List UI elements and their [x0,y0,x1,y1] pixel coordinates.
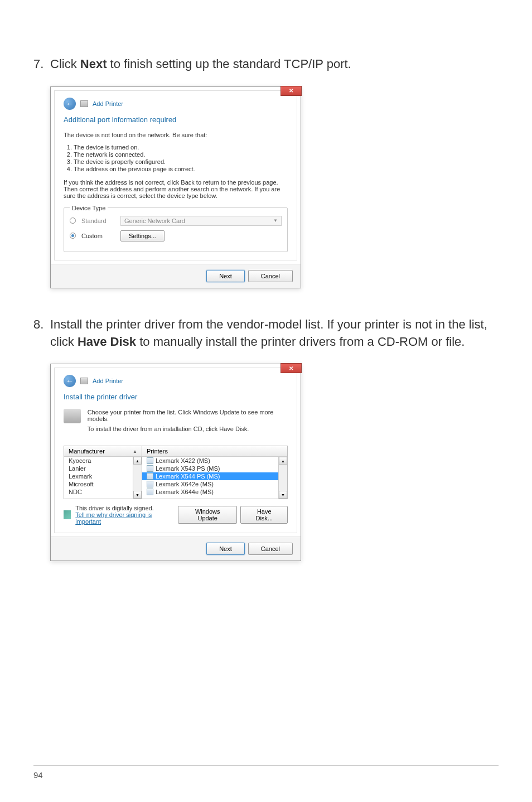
add-printer-dialog-1: ✕ ← Add Printer Additional port informat… [50,86,301,288]
manufacturer-pane: Manufacturer ▲ Kyocera Lanier Lexmark Mi… [64,446,142,499]
list-item[interactable]: Lexmark X543 PS (MS) [142,465,278,472]
dropdown-value: Generic Network Card [124,218,185,224]
printers-label: Printers [147,448,168,455]
dialog2-body: ← Add Printer Install the printer driver… [54,368,297,533]
scroll-down-icon[interactable]: ▼ [133,491,142,499]
scroll-down-icon[interactable]: ▼ [279,491,287,499]
list-item[interactable]: Lexmark [64,472,133,480]
driver-signing-link[interactable]: Tell me why driver signing is important [75,511,152,525]
printer-name: Lexmark X642e (MS) [156,481,214,487]
printers-list[interactable]: Lexmark X422 (MS) Lexmark X543 PS (MS) L… [142,457,278,499]
driver-icon [147,473,153,480]
back-arrow-icon: ← [66,99,74,108]
cancel-button[interactable]: Cancel [248,270,293,282]
install-line2: To install the driver from an installati… [88,426,288,432]
list-item[interactable]: Lexmark X642e (MS) [142,480,278,488]
chevron-down-icon: ▼ [273,218,278,223]
next-button[interactable]: Next [206,543,245,555]
dialog2-header: ← Add Printer [64,375,288,387]
close-button[interactable]: ✕ [280,363,302,373]
next-button[interactable]: Next [206,270,245,282]
list-item[interactable]: Lexmark X644e (MS) [142,488,278,496]
dialog1-screenshot: ✕ ← Add Printer Additional port informat… [50,86,499,288]
step7-pre: Click [50,57,80,71]
step8-post: to manually install the printer drivers … [136,335,465,349]
step-7: 7. Click Next to finish setting up the s… [33,56,499,73]
dialog1-footer: Next Cancel [51,264,301,288]
list-item[interactable]: Microsoft [64,480,133,488]
printer-icon [80,378,88,384]
custom-radio-row[interactable]: Custom Settings... [70,230,282,241]
standard-radio[interactable] [70,218,76,224]
back-button[interactable]: ← [64,375,76,387]
list-item[interactable]: Lexmark X422 (MS) [142,457,278,465]
printer-name: Lexmark X543 PS (MS) [156,465,220,472]
list-item[interactable]: Kyocera [64,457,133,465]
signed-buttons: Windows Update Have Disk... [178,506,288,524]
printer-name: Lexmark X422 (MS) [156,457,210,464]
step-8: 8. Install the printer driver from the v… [33,316,499,351]
dialog2-screenshot: ✕ ← Add Printer Install the printer driv… [50,364,499,561]
windows-update-button[interactable]: Windows Update [178,506,238,524]
dialog1-checklist: The device is turned on. The network is … [64,144,288,172]
printers-pane: Printers Lexmark X422 (MS) Lexmark X543 … [142,446,287,499]
dialog1-intro: The device is not found on the network. … [64,132,288,138]
mfg-inner: Kyocera Lanier Lexmark Microsoft NDC ▲ ▼ [64,457,142,499]
list-item[interactable]: NDC [64,488,133,496]
step8-bold: Have Disk [78,335,136,349]
printer-name: Lexmark X644e (MS) [156,489,214,495]
dialog1-header: ← Add Printer [64,98,288,110]
list-item[interactable]: Lanier [64,465,133,472]
scrollbar[interactable]: ▲ ▼ [133,457,142,499]
manufacturer-header[interactable]: Manufacturer ▲ [64,446,142,457]
driver-icon [147,489,153,495]
list-item: The device is turned on. [74,144,288,151]
sort-up-icon: ▲ [133,449,137,454]
printers-inner: Lexmark X422 (MS) Lexmark X543 PS (MS) L… [142,457,287,499]
list-item: The network is connected. [74,151,288,158]
manufacturer-label: Manufacturer [69,448,105,455]
close-button[interactable]: ✕ [280,86,302,96]
step-number: 7. [33,56,50,73]
scroll-up-icon[interactable]: ▲ [279,457,287,465]
manufacturer-list[interactable]: Kyocera Lanier Lexmark Microsoft NDC [64,457,133,499]
step-number: 8. [33,316,50,351]
signed-block: This driver is digitally signed. Tell me… [75,505,173,525]
install-texts: Choose your printer from the list. Click… [88,409,288,436]
close-icon: ✕ [289,88,293,94]
install-printer-icon [64,409,81,423]
scrollbar[interactable]: ▲ ▼ [278,457,287,499]
dialog1-body: ← Add Printer Additional port informatio… [54,90,297,260]
dialog2-title: Add Printer [93,378,123,384]
have-disk-button[interactable]: Have Disk... [240,506,288,524]
custom-label: Custom [81,233,115,239]
standard-label: Standard [81,218,115,224]
dialog2-section-title: Install the printer driver [64,393,288,401]
device-dropdown[interactable]: Generic Network Card ▼ [120,216,282,226]
dialog1-section-title: Additional port information required [64,115,288,124]
shield-icon [64,510,71,519]
dialog2-footer: Next Cancel [51,537,301,561]
step-7-text: Click Next to finish setting up the stan… [50,56,499,73]
printers-header[interactable]: Printers [142,446,287,457]
install-line1: Choose your printer from the list. Click… [88,409,288,422]
settings-button[interactable]: Settings... [120,230,165,241]
device-type-fieldset: Device Type Standard Generic Network Car… [64,205,288,252]
list-item: The address on the previous page is corr… [74,166,288,172]
fieldset-legend: Device Type [70,205,108,211]
scroll-up-icon[interactable]: ▲ [133,457,142,465]
list-item[interactable]: Lexmark X544 PS (MS) [142,472,278,480]
printer-name: Lexmark X544 PS (MS) [156,473,220,480]
cancel-button[interactable]: Cancel [248,543,293,555]
driver-icon [147,481,153,487]
dialog1-paragraph: If you think the address is not correct,… [64,179,288,199]
page-number: 94 [33,770,43,780]
custom-radio[interactable] [70,233,76,239]
step7-bold: Next [80,57,107,71]
signed-row: This driver is digitally signed. Tell me… [64,505,288,525]
add-printer-dialog-2: ✕ ← Add Printer Install the printer driv… [50,364,301,561]
driver-icon [147,465,153,472]
standard-radio-row[interactable]: Standard Generic Network Card ▼ [70,216,282,226]
step-8-text: Install the printer driver from the vend… [50,316,499,351]
back-button[interactable]: ← [64,98,76,110]
